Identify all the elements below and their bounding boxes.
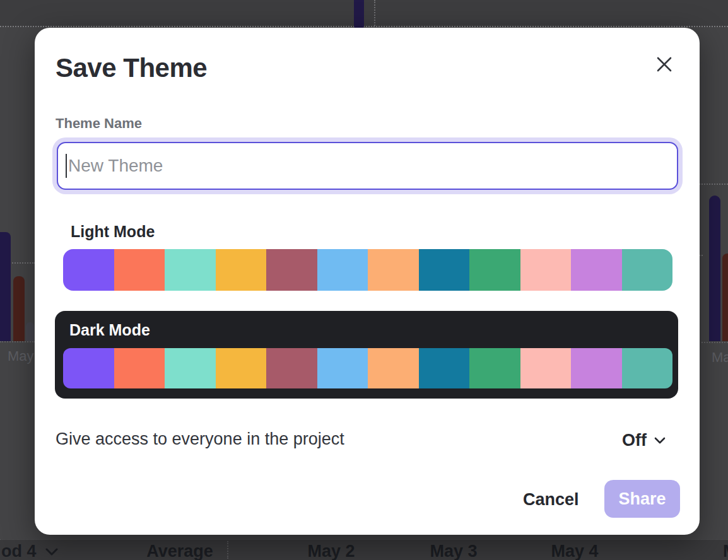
color-swatch [266,249,317,291]
background-bar-navy-left [0,232,11,341]
color-swatch [63,348,114,388]
color-swatch [63,249,114,291]
x-axis-label-right: May [712,349,728,366]
period-selector[interactable]: od 4 [1,542,58,560]
dark-mode-label: Dark Mode [69,321,150,339]
cancel-button[interactable]: Cancel [523,490,579,510]
color-swatch [520,249,572,291]
x-axis-label-left: May [8,348,34,365]
color-swatch [317,348,368,388]
access-dropdown[interactable]: Off [622,431,666,450]
color-swatch [419,348,470,388]
color-swatch [216,249,267,291]
column-header-may3: May 3 [430,542,477,560]
chevron-down-icon [654,437,666,444]
color-swatch [622,249,673,291]
dark-mode-palette[interactable] [63,348,672,388]
column-header-partial: M [723,542,728,560]
color-swatch [469,249,520,291]
color-swatch [571,348,622,388]
background-bar-red-left [13,276,25,341]
dark-mode-card: Dark Mode [55,311,678,399]
background-axis-line [0,341,35,342]
column-header-average: Average [146,542,213,560]
color-swatch [165,348,216,388]
background-bar-red-right [722,254,728,341]
share-button[interactable]: Share [604,480,680,518]
color-swatch [266,348,317,388]
color-swatch [469,348,520,388]
color-swatch [114,348,165,388]
light-mode-label: Light Mode [71,223,155,241]
access-dropdown-value: Off [622,431,647,450]
column-header-may4: May 4 [551,542,598,560]
background-grid-divider [374,0,375,26]
period-label: od 4 [1,542,37,560]
close-icon [656,56,672,73]
dialog-title: Save Theme [56,53,207,83]
text-caret [66,154,67,178]
theme-name-label: Theme Name [56,115,142,132]
background-axis-line [698,342,728,343]
color-swatch [216,348,267,388]
save-theme-dialog: Save Theme Theme Name Light Mode Dark Mo… [35,28,700,535]
color-swatch [571,249,622,291]
theme-name-input[interactable] [57,142,678,190]
background-bar-gray-left [26,322,34,341]
background-chart-header [0,0,728,27]
access-toggle-label: Give access to everyone in the project [56,429,344,449]
background-bar-purple-top [354,0,364,28]
color-swatch [368,348,419,388]
color-swatch [114,249,165,291]
close-button[interactable] [653,53,676,76]
color-swatch [622,348,673,388]
light-mode-palette[interactable] [63,249,672,291]
color-swatch [419,249,470,291]
column-header-may2: May 2 [307,542,355,560]
color-swatch [165,249,216,291]
background-bar-navy-right [709,195,720,341]
chevron-down-icon [45,548,58,556]
color-swatch [520,348,572,388]
color-swatch [368,249,419,291]
theme-name-field-wrap [57,142,678,190]
background-table-header: od 4 Average May 2 May 3 May 4 M [0,539,728,560]
color-swatch [317,249,368,291]
column-divider [227,541,228,559]
